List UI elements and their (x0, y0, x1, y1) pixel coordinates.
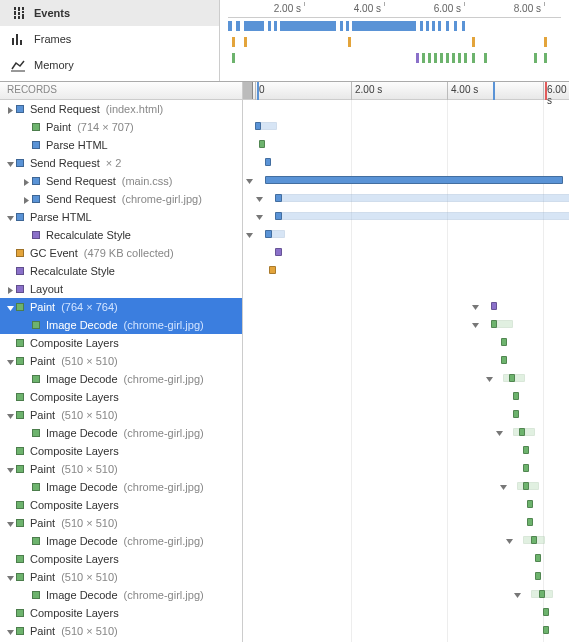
record-row[interactable]: Recalculate Style (0, 262, 242, 280)
record-row[interactable]: Paint (510 × 510) (0, 514, 242, 532)
timeline-bar[interactable] (519, 428, 525, 436)
disclosure-triangle-icon[interactable] (6, 465, 15, 474)
record-row[interactable]: Paint (510 × 510) (0, 568, 242, 586)
category-color-icon (16, 447, 24, 455)
timeline-bar[interactable] (275, 212, 282, 220)
disclosure-triangle-icon[interactable] (485, 374, 493, 382)
record-row[interactable]: Composite Layers (0, 604, 242, 622)
overview[interactable]: 2.00 s 4.00 s 6.00 s 8.00 s (220, 0, 569, 81)
record-row[interactable]: Paint (510 × 510) (0, 460, 242, 478)
record-row[interactable]: Paint (510 × 510) (0, 352, 242, 370)
overview-bar (462, 21, 465, 31)
record-row[interactable]: Image Decode (chrome-girl.jpg) (0, 370, 242, 388)
disclosure-triangle-icon[interactable] (6, 519, 15, 528)
timeline-bar[interactable] (527, 500, 533, 508)
timeline-bar[interactable] (501, 356, 507, 364)
timeline-bar[interactable] (539, 590, 545, 598)
timeline-bar[interactable] (523, 464, 529, 472)
timeline-bar[interactable] (513, 392, 519, 400)
record-row[interactable]: Image Decode (chrome-girl.jpg) (0, 316, 242, 334)
record-label: Composite Layers (30, 499, 119, 511)
timeline-bar[interactable] (513, 410, 519, 418)
record-row[interactable]: GC Event (479 KB collected) (0, 244, 242, 262)
disclosure-triangle-icon[interactable] (495, 428, 503, 436)
disclosure-triangle-icon[interactable] (245, 230, 253, 238)
record-row[interactable]: Send Request (index.html) (0, 100, 242, 118)
record-row[interactable]: Recalculate Style (0, 226, 242, 244)
tab-memory[interactable]: Memory (0, 52, 219, 78)
record-row[interactable]: Image Decode (chrome-girl.jpg) (0, 532, 242, 550)
timeline-bar[interactable] (259, 140, 265, 148)
timeline-bar[interactable] (501, 338, 507, 346)
timeline-row (243, 568, 569, 586)
disclosure-triangle-icon[interactable] (471, 302, 479, 310)
timeline-bar[interactable] (535, 554, 541, 562)
disclosure-triangle-icon[interactable] (513, 590, 521, 598)
record-detail: (chrome-girl.jpg) (121, 373, 204, 385)
timeline-bar[interactable] (265, 230, 272, 238)
record-row[interactable]: Image Decode (chrome-girl.jpg) (0, 478, 242, 496)
timeline-bar[interactable] (543, 608, 549, 616)
record-row[interactable]: Image Decode (chrome-girl.jpg) (0, 586, 242, 604)
disclosure-triangle-icon[interactable] (6, 573, 15, 582)
record-row[interactable]: Paint (714 × 707) (0, 118, 242, 136)
disclosure-triangle-icon[interactable] (6, 411, 15, 420)
disclosure-triangle-icon[interactable] (6, 357, 15, 366)
disclosure-triangle-icon[interactable] (6, 159, 15, 168)
category-color-icon (16, 393, 24, 401)
timeline-row (243, 352, 569, 370)
disclosure-triangle-icon[interactable] (6, 303, 15, 312)
timeline-bar[interactable] (523, 482, 529, 490)
disclosure-triangle-icon[interactable] (471, 320, 479, 328)
record-row[interactable]: Send Request (chrome-girl.jpg) (0, 190, 242, 208)
timeline-bar[interactable] (543, 626, 549, 634)
disclosure-triangle-icon[interactable] (6, 105, 15, 114)
disclosure-triangle-icon[interactable] (505, 536, 513, 544)
timeline-bar[interactable] (535, 572, 541, 580)
tab-frames[interactable]: Frames (0, 26, 219, 52)
record-row[interactable]: Composite Layers (0, 334, 242, 352)
disclosure-triangle-icon[interactable] (499, 482, 507, 490)
timeline-bar[interactable] (275, 194, 282, 202)
timeline-ruler[interactable]: 0 2.00 s 4.00 s 6.00 s (243, 82, 569, 100)
timeline-row (243, 226, 569, 244)
timeline-bar[interactable] (275, 212, 569, 220)
record-row[interactable]: Composite Layers (0, 442, 242, 460)
timeline-bar[interactable] (269, 266, 276, 274)
disclosure-triangle-icon[interactable] (22, 195, 31, 204)
record-row[interactable]: Composite Layers (0, 550, 242, 568)
record-row[interactable]: Parse HTML (0, 136, 242, 154)
disclosure-triangle-icon[interactable] (6, 285, 15, 294)
record-row[interactable]: Send Request (main.css) (0, 172, 242, 190)
disclosure-triangle-icon[interactable] (245, 176, 253, 184)
timeline-bar[interactable] (265, 176, 563, 184)
timeline-bar[interactable] (255, 122, 261, 130)
records-tree[interactable]: Send Request (index.html)Paint (714 × 70… (0, 100, 243, 642)
disclosure-triangle-icon[interactable] (255, 212, 263, 220)
record-row[interactable]: Paint (510 × 510) (0, 622, 242, 640)
disclosure-triangle-icon[interactable] (255, 194, 263, 202)
timeline-bar[interactable] (491, 302, 497, 310)
timeline-row (243, 280, 569, 298)
timeline-bar[interactable] (531, 536, 537, 544)
record-row[interactable]: Image Decode (chrome-girl.jpg) (0, 424, 242, 442)
timeline-bar[interactable] (509, 374, 515, 382)
record-row[interactable]: Paint (510 × 510) (0, 406, 242, 424)
record-row[interactable]: Layout (0, 280, 242, 298)
record-row[interactable]: Parse HTML (0, 208, 242, 226)
timeline[interactable] (243, 100, 569, 642)
timeline-bar[interactable] (491, 320, 497, 328)
tab-events[interactable]: Events (0, 0, 219, 26)
record-row[interactable]: Send Request × 2 (0, 154, 242, 172)
timeline-bar[interactable] (527, 518, 533, 526)
record-row[interactable]: Composite Layers (0, 496, 242, 514)
timeline-bar[interactable] (275, 194, 569, 202)
record-row[interactable]: Composite Layers (0, 388, 242, 406)
timeline-bar[interactable] (275, 248, 282, 256)
disclosure-triangle-icon[interactable] (6, 627, 15, 636)
timeline-bar[interactable] (523, 446, 529, 454)
disclosure-triangle-icon[interactable] (22, 177, 31, 186)
disclosure-triangle-icon[interactable] (6, 213, 15, 222)
record-row[interactable]: Paint (764 × 764) (0, 298, 242, 316)
timeline-bar[interactable] (265, 158, 271, 166)
